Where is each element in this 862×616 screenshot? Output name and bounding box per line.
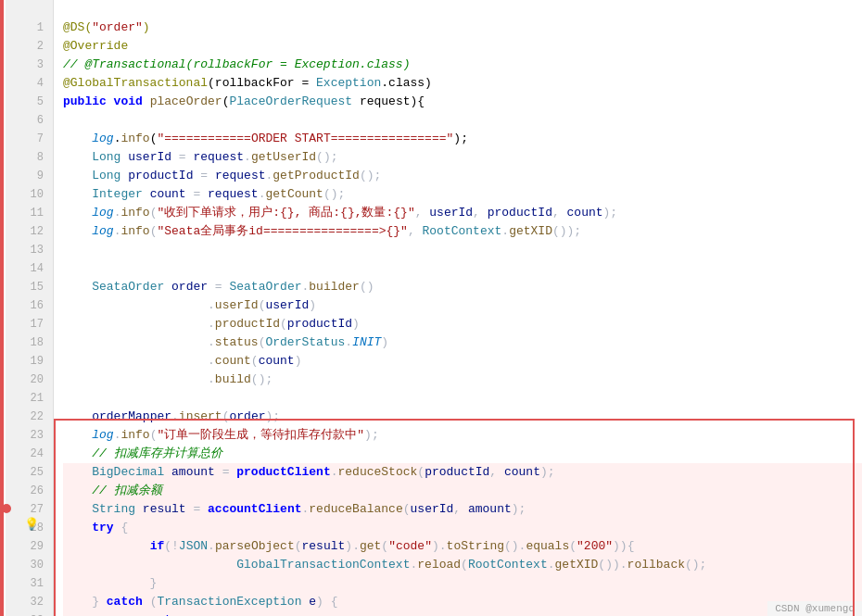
code-line [63,241,862,259]
code-line: } [63,574,862,593]
breakpoint-dot [2,504,11,513]
code-line: return; [63,611,862,616]
code-line: if(!JSON.parseObject(result).get("code")… [63,537,862,556]
code-line: SeataOrder order = SeataOrder.builder() [63,278,862,296]
code-line: log.info("收到下单请求，用户:{}, 商品:{},数量:{}", us… [63,204,862,222]
code-line [63,259,862,278]
code-line: log.info("订单一阶段生成，等待扣库存付款中"); [63,426,862,445]
code-line: // 扣减余额 [63,482,862,500]
bulb-icon[interactable]: 💡 [24,517,39,532]
code-line: .userId(userId) [63,296,862,315]
code-line: log.info("============ORDER START=======… [63,130,862,148]
code-line [63,0,862,19]
code-line [63,389,862,408]
code-line: BigDecimal amount = productClient.reduce… [63,463,862,482]
code-line: @GlobalTransactional(rollbackFor = Excep… [63,74,862,93]
code-content: @DS("order")@Override// @Transactional(r… [54,0,862,616]
code-line: Long productId = request.getProductId(); [63,167,862,185]
code-line: Integer count = request.getCount(); [63,185,862,204]
code-line: // 扣减库存并计算总价 [63,445,862,463]
code-line: // @Transactional(rollbackFor = Exceptio… [63,56,862,74]
code-line [63,111,862,130]
code-line: String result = accountClient.reduceBala… [63,500,862,519]
bottom-bar-text: CSDN @xumengd [775,603,855,614]
code-line: @DS("order") [63,19,862,37]
code-line: GlobalTransactionContext.reload(RootCont… [63,556,862,574]
code-line: public void placeOrder(PlaceOrderRequest… [63,93,862,111]
code-line: log.info("Seata全局事务id================>{}… [63,222,862,241]
code-line: Long userId = request.getUserId(); [63,148,862,167]
code-line: try { [63,519,862,537]
bottom-bar: CSDN @xumengd [767,601,862,616]
code-line: .build(); [63,371,862,389]
code-line: .status(OrderStatus.INIT) [63,333,862,352]
code-line: orderMapper.insert(order); [63,408,862,426]
code-line: .count(count) [63,352,862,371]
code-editor: 1234567891011121314151617181920212223242… [0,0,862,616]
code-line: } catch (TransactionException e) { [63,593,862,611]
code-line: .productId(productId) [63,315,862,333]
code-line: @Override [63,37,862,56]
